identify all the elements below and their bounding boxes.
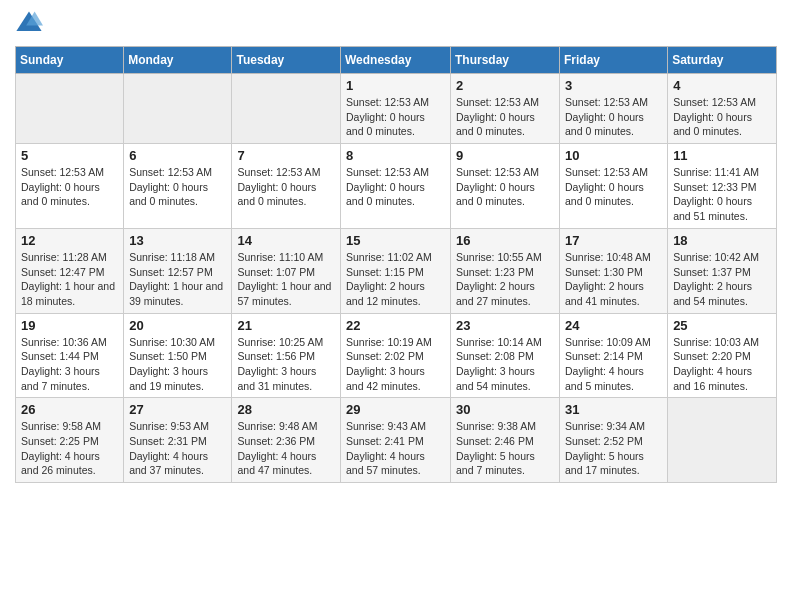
logo-icon [15, 10, 43, 38]
day-info: Sunrise: 9:53 AM Sunset: 2:31 PM Dayligh… [129, 419, 226, 478]
weekday-header: Monday [124, 47, 232, 74]
day-number: 28 [237, 402, 335, 417]
calendar-cell: 22Sunrise: 10:19 AM Sunset: 2:02 PM Dayl… [341, 313, 451, 398]
calendar-cell: 25Sunrise: 10:03 AM Sunset: 2:20 PM Dayl… [668, 313, 777, 398]
calendar-cell: 11Sunrise: 11:41 AM Sunset: 12:33 PM Day… [668, 144, 777, 229]
day-info: Sunset: 12:53 AM Daylight: 0 hours and 0… [21, 165, 118, 209]
calendar-week-row: 1Sunset: 12:53 AM Daylight: 0 hours and … [16, 74, 777, 144]
day-number: 13 [129, 233, 226, 248]
calendar-cell: 27Sunrise: 9:53 AM Sunset: 2:31 PM Dayli… [124, 398, 232, 483]
calendar-header-row: SundayMondayTuesdayWednesdayThursdayFrid… [16, 47, 777, 74]
calendar-cell: 13Sunrise: 11:18 AM Sunset: 12:57 PM Day… [124, 228, 232, 313]
weekday-header: Tuesday [232, 47, 341, 74]
day-info: Sunrise: 10:03 AM Sunset: 2:20 PM Daylig… [673, 335, 771, 394]
day-number: 20 [129, 318, 226, 333]
day-info: Sunrise: 10:48 AM Sunset: 1:30 PM Daylig… [565, 250, 662, 309]
day-number: 14 [237, 233, 335, 248]
calendar-cell: 17Sunrise: 10:48 AM Sunset: 1:30 PM Dayl… [560, 228, 668, 313]
day-info: Sunrise: 10:14 AM Sunset: 2:08 PM Daylig… [456, 335, 554, 394]
calendar-cell: 19Sunrise: 10:36 AM Sunset: 1:44 PM Dayl… [16, 313, 124, 398]
calendar-cell: 2Sunset: 12:53 AM Daylight: 0 hours and … [451, 74, 560, 144]
calendar-week-row: 12Sunrise: 11:28 AM Sunset: 12:47 PM Day… [16, 228, 777, 313]
weekday-header: Wednesday [341, 47, 451, 74]
calendar-cell: 24Sunrise: 10:09 AM Sunset: 2:14 PM Dayl… [560, 313, 668, 398]
day-number: 26 [21, 402, 118, 417]
day-info: Sunset: 12:53 AM Daylight: 0 hours and 0… [237, 165, 335, 209]
day-info: Sunrise: 9:43 AM Sunset: 2:41 PM Dayligh… [346, 419, 445, 478]
day-number: 16 [456, 233, 554, 248]
day-number: 17 [565, 233, 662, 248]
day-number: 23 [456, 318, 554, 333]
calendar-week-row: 5Sunset: 12:53 AM Daylight: 0 hours and … [16, 144, 777, 229]
day-info: Sunset: 12:53 AM Daylight: 0 hours and 0… [346, 165, 445, 209]
calendar-cell: 15Sunrise: 11:02 AM Sunset: 1:15 PM Dayl… [341, 228, 451, 313]
day-info: Sunset: 12:53 AM Daylight: 0 hours and 0… [565, 95, 662, 139]
day-info: Sunrise: 9:34 AM Sunset: 2:52 PM Dayligh… [565, 419, 662, 478]
calendar-cell: 18Sunrise: 10:42 AM Sunset: 1:37 PM Dayl… [668, 228, 777, 313]
day-info: Sunrise: 10:36 AM Sunset: 1:44 PM Daylig… [21, 335, 118, 394]
day-number: 1 [346, 78, 445, 93]
calendar-week-row: 19Sunrise: 10:36 AM Sunset: 1:44 PM Dayl… [16, 313, 777, 398]
day-number: 31 [565, 402, 662, 417]
day-number: 12 [21, 233, 118, 248]
day-number: 4 [673, 78, 771, 93]
page-header [15, 10, 777, 38]
day-number: 5 [21, 148, 118, 163]
day-number: 2 [456, 78, 554, 93]
day-number: 10 [565, 148, 662, 163]
calendar-cell [668, 398, 777, 483]
day-info: Sunrise: 10:09 AM Sunset: 2:14 PM Daylig… [565, 335, 662, 394]
day-number: 25 [673, 318, 771, 333]
day-info: Sunrise: 11:10 AM Sunset: 1:07 PM Daylig… [237, 250, 335, 309]
day-number: 30 [456, 402, 554, 417]
calendar-cell: 3Sunset: 12:53 AM Daylight: 0 hours and … [560, 74, 668, 144]
day-number: 15 [346, 233, 445, 248]
calendar-cell: 1Sunset: 12:53 AM Daylight: 0 hours and … [341, 74, 451, 144]
day-info: Sunrise: 11:18 AM Sunset: 12:57 PM Dayli… [129, 250, 226, 309]
calendar-cell [16, 74, 124, 144]
day-number: 27 [129, 402, 226, 417]
day-number: 9 [456, 148, 554, 163]
calendar-cell [232, 74, 341, 144]
day-info: Sunrise: 11:41 AM Sunset: 12:33 PM Dayli… [673, 165, 771, 224]
calendar-cell: 10Sunset: 12:53 AM Daylight: 0 hours and… [560, 144, 668, 229]
calendar-cell [124, 74, 232, 144]
day-info: Sunrise: 9:48 AM Sunset: 2:36 PM Dayligh… [237, 419, 335, 478]
calendar-cell: 7Sunset: 12:53 AM Daylight: 0 hours and … [232, 144, 341, 229]
weekday-header: Sunday [16, 47, 124, 74]
day-info: Sunrise: 10:25 AM Sunset: 1:56 PM Daylig… [237, 335, 335, 394]
day-info: Sunset: 12:53 AM Daylight: 0 hours and 0… [565, 165, 662, 209]
calendar-cell: 14Sunrise: 11:10 AM Sunset: 1:07 PM Dayl… [232, 228, 341, 313]
calendar-cell: 12Sunrise: 11:28 AM Sunset: 12:47 PM Day… [16, 228, 124, 313]
calendar-cell: 28Sunrise: 9:48 AM Sunset: 2:36 PM Dayli… [232, 398, 341, 483]
day-number: 11 [673, 148, 771, 163]
day-info: Sunset: 12:53 AM Daylight: 0 hours and 0… [456, 95, 554, 139]
day-info: Sunrise: 9:58 AM Sunset: 2:25 PM Dayligh… [21, 419, 118, 478]
day-number: 7 [237, 148, 335, 163]
weekday-header: Friday [560, 47, 668, 74]
day-number: 19 [21, 318, 118, 333]
day-info: Sunrise: 10:55 AM Sunset: 1:23 PM Daylig… [456, 250, 554, 309]
day-number: 22 [346, 318, 445, 333]
day-info: Sunrise: 11:28 AM Sunset: 12:47 PM Dayli… [21, 250, 118, 309]
calendar-cell: 31Sunrise: 9:34 AM Sunset: 2:52 PM Dayli… [560, 398, 668, 483]
day-info: Sunset: 12:53 AM Daylight: 0 hours and 0… [673, 95, 771, 139]
day-number: 6 [129, 148, 226, 163]
calendar-cell: 4Sunset: 12:53 AM Daylight: 0 hours and … [668, 74, 777, 144]
calendar-cell: 16Sunrise: 10:55 AM Sunset: 1:23 PM Dayl… [451, 228, 560, 313]
calendar-cell: 29Sunrise: 9:43 AM Sunset: 2:41 PM Dayli… [341, 398, 451, 483]
day-info: Sunrise: 9:38 AM Sunset: 2:46 PM Dayligh… [456, 419, 554, 478]
day-number: 18 [673, 233, 771, 248]
calendar-cell: 23Sunrise: 10:14 AM Sunset: 2:08 PM Dayl… [451, 313, 560, 398]
day-number: 29 [346, 402, 445, 417]
calendar-table: SundayMondayTuesdayWednesdayThursdayFrid… [15, 46, 777, 483]
calendar-cell: 5Sunset: 12:53 AM Daylight: 0 hours and … [16, 144, 124, 229]
calendar-week-row: 26Sunrise: 9:58 AM Sunset: 2:25 PM Dayli… [16, 398, 777, 483]
weekday-header: Thursday [451, 47, 560, 74]
day-number: 3 [565, 78, 662, 93]
day-info: Sunrise: 11:02 AM Sunset: 1:15 PM Daylig… [346, 250, 445, 309]
day-number: 24 [565, 318, 662, 333]
calendar-cell: 30Sunrise: 9:38 AM Sunset: 2:46 PM Dayli… [451, 398, 560, 483]
day-info: Sunset: 12:53 AM Daylight: 0 hours and 0… [129, 165, 226, 209]
day-number: 21 [237, 318, 335, 333]
